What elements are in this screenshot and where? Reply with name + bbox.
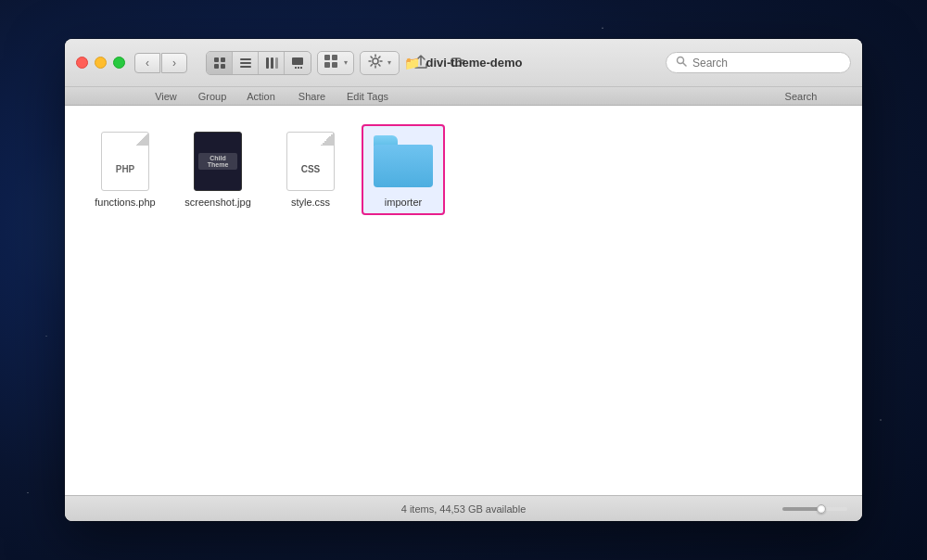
window-title: 📁 divi-theme-demo [404, 56, 522, 70]
close-button[interactable] [76, 57, 88, 69]
svg-rect-2 [214, 64, 219, 69]
svg-rect-9 [275, 57, 278, 69]
maximize-button[interactable] [113, 57, 125, 69]
svg-rect-5 [240, 62, 251, 64]
view-icon-btn[interactable] [207, 52, 233, 74]
traffic-lights [76, 57, 125, 69]
file-grid: PHP functions.php Child Theme screenshot… [83, 124, 844, 215]
php-file-name: functions.php [95, 197, 155, 208]
forward-button[interactable]: › [161, 53, 187, 73]
file-item-importer[interactable]: importer [362, 124, 445, 215]
svg-rect-15 [332, 55, 337, 60]
svg-rect-17 [332, 62, 337, 68]
css-file-icon: CSS [281, 132, 340, 191]
view-label: View [143, 91, 189, 102]
svg-rect-10 [292, 57, 303, 65]
php-label: PHP [116, 164, 135, 174]
search-input[interactable] [692, 57, 841, 70]
zoom-thumb[interactable] [817, 504, 826, 514]
file-item-style-css[interactable]: CSS style.css [269, 124, 352, 215]
svg-rect-1 [221, 57, 225, 62]
view-list-btn[interactable] [233, 52, 259, 74]
action-label: Action [235, 91, 286, 102]
status-bar: 4 items, 44,53 GB available [65, 495, 862, 521]
folder-icon [374, 132, 433, 191]
file-item-functions-php[interactable]: PHP functions.php [83, 124, 167, 215]
svg-rect-4 [240, 58, 251, 60]
search-icon [676, 56, 687, 70]
jpg-content: Child Theme [195, 149, 241, 173]
group-label: Group [189, 91, 235, 102]
jpg-file-name: screenshot.jpg [184, 197, 251, 208]
nav-buttons: ‹ › [134, 53, 187, 73]
child-theme-badge: Child Theme [198, 153, 237, 170]
gear-icon [368, 54, 383, 72]
window-title-text: divi-theme-demo [425, 56, 522, 70]
action-dropdown-arrow: ▾ [387, 58, 391, 67]
svg-point-18 [373, 58, 378, 64]
minimize-button[interactable] [95, 57, 107, 69]
toolbar-labels: View Group Action Share Edit Tags Search [65, 87, 862, 106]
edit-tags-label: Edit Tags [337, 91, 398, 102]
title-bar: ‹ › [65, 39, 862, 87]
svg-rect-3 [221, 64, 225, 69]
search-label: Search [755, 91, 847, 102]
back-button[interactable]: ‹ [134, 53, 160, 73]
status-text: 4 items, 44,53 GB available [401, 503, 527, 515]
share-label: Share [286, 91, 337, 102]
svg-rect-0 [214, 57, 219, 62]
group-dropdown-arrow: ▾ [344, 58, 348, 67]
svg-rect-6 [240, 66, 251, 68]
css-file-name: style.css [291, 197, 330, 208]
svg-rect-14 [324, 55, 330, 60]
search-bar [666, 52, 851, 73]
action-button[interactable]: ▾ [360, 51, 400, 75]
file-item-screenshot-jpg[interactable]: Child Theme screenshot.jpg [176, 124, 260, 215]
php-file-icon: PHP [95, 132, 155, 191]
css-label: CSS [301, 164, 321, 174]
svg-rect-16 [324, 62, 330, 68]
title-folder-icon: 📁 [404, 56, 420, 70]
svg-rect-8 [271, 57, 273, 69]
view-group [206, 51, 311, 75]
svg-rect-13 [300, 67, 302, 69]
content-area: PHP functions.php Child Theme screenshot… [65, 106, 862, 495]
svg-rect-12 [298, 67, 299, 69]
svg-rect-11 [295, 67, 297, 69]
jpg-file-icon: Child Theme [188, 132, 248, 191]
importer-folder-name: importer [385, 197, 422, 208]
group-icon [324, 54, 338, 71]
view-column-btn[interactable] [259, 52, 285, 74]
svg-line-21 [683, 63, 687, 67]
view-gallery-btn[interactable] [285, 52, 311, 74]
finder-window: ‹ › [65, 39, 862, 521]
svg-rect-7 [266, 57, 269, 69]
zoom-control [782, 507, 847, 511]
zoom-slider[interactable] [782, 507, 847, 511]
group-button[interactable]: ▾ [317, 51, 354, 75]
